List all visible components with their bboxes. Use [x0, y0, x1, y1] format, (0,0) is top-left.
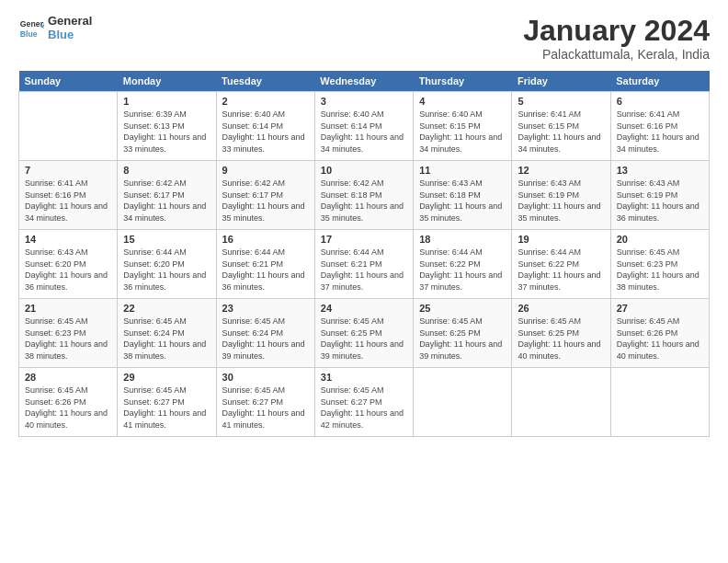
header: General Blue General Blue January 2024 P… — [18, 15, 710, 62]
day-number: 2 — [222, 96, 309, 107]
svg-text:Blue: Blue — [20, 29, 38, 39]
day-number: 20 — [617, 234, 703, 245]
day-number: 28 — [25, 372, 111, 383]
weekday-header: Friday — [512, 71, 610, 92]
logo: General Blue General Blue — [18, 15, 92, 42]
day-info: Sunrise: 6:43 AMSunset: 6:19 PMDaylight:… — [617, 178, 703, 224]
day-info: Sunrise: 6:45 AMSunset: 6:27 PMDaylight:… — [123, 385, 210, 431]
calendar-cell: 24Sunrise: 6:45 AMSunset: 6:25 PMDayligh… — [314, 299, 413, 368]
calendar-cell: 27Sunrise: 6:45 AMSunset: 6:26 PMDayligh… — [610, 299, 709, 368]
calendar-cell: 23Sunrise: 6:45 AMSunset: 6:24 PMDayligh… — [216, 299, 314, 368]
calendar-table: SundayMondayTuesdayWednesdayThursdayFrid… — [18, 71, 710, 437]
day-info: Sunrise: 6:40 AMSunset: 6:14 PMDaylight:… — [321, 109, 407, 155]
day-info: Sunrise: 6:41 AMSunset: 6:16 PMDaylight:… — [617, 109, 703, 155]
calendar-cell: 19Sunrise: 6:44 AMSunset: 6:22 PMDayligh… — [512, 230, 610, 299]
day-number: 29 — [123, 372, 210, 383]
calendar-cell: 15Sunrise: 6:44 AMSunset: 6:20 PMDayligh… — [118, 230, 216, 299]
calendar-cell: 1Sunrise: 6:39 AMSunset: 6:13 PMDaylight… — [118, 92, 216, 161]
day-info: Sunrise: 6:45 AMSunset: 6:26 PMDaylight:… — [617, 316, 703, 362]
calendar-cell: 16Sunrise: 6:44 AMSunset: 6:21 PMDayligh… — [216, 230, 314, 299]
day-info: Sunrise: 6:42 AMSunset: 6:17 PMDaylight:… — [123, 178, 210, 224]
day-info: Sunrise: 6:44 AMSunset: 6:21 PMDaylight:… — [321, 247, 407, 293]
day-number: 27 — [617, 303, 703, 314]
weekday-header: Sunday — [19, 71, 118, 92]
day-number: 31 — [321, 372, 407, 383]
day-number: 10 — [321, 165, 407, 176]
calendar-cell: 3Sunrise: 6:40 AMSunset: 6:14 PMDaylight… — [314, 92, 413, 161]
day-number: 15 — [123, 234, 210, 245]
calendar-cell: 11Sunrise: 6:43 AMSunset: 6:18 PMDayligh… — [414, 161, 512, 230]
page-title: January 2024 — [523, 15, 710, 47]
day-info: Sunrise: 6:44 AMSunset: 6:22 PMDaylight:… — [518, 247, 604, 293]
calendar-cell — [414, 368, 512, 437]
day-info: Sunrise: 6:44 AMSunset: 6:22 PMDaylight:… — [419, 247, 506, 293]
day-number: 11 — [419, 165, 506, 176]
calendar-cell: 10Sunrise: 6:42 AMSunset: 6:18 PMDayligh… — [314, 161, 413, 230]
logo-text-line2: Blue — [48, 29, 92, 42]
day-info: Sunrise: 6:45 AMSunset: 6:24 PMDaylight:… — [222, 316, 309, 362]
day-info: Sunrise: 6:45 AMSunset: 6:25 PMDaylight:… — [419, 316, 506, 362]
logo-icon: General Blue — [18, 16, 44, 41]
calendar-cell: 25Sunrise: 6:45 AMSunset: 6:25 PMDayligh… — [414, 299, 512, 368]
day-info: Sunrise: 6:45 AMSunset: 6:25 PMDaylight:… — [321, 316, 407, 362]
day-info: Sunrise: 6:45 AMSunset: 6:26 PMDaylight:… — [25, 385, 111, 431]
calendar-week-row: 1Sunrise: 6:39 AMSunset: 6:13 PMDaylight… — [19, 92, 710, 161]
day-number: 25 — [419, 303, 506, 314]
day-number: 12 — [518, 165, 604, 176]
day-number: 24 — [321, 303, 407, 314]
day-info: Sunrise: 6:39 AMSunset: 6:13 PMDaylight:… — [123, 109, 210, 155]
calendar-cell: 12Sunrise: 6:43 AMSunset: 6:19 PMDayligh… — [512, 161, 610, 230]
day-number: 18 — [419, 234, 506, 245]
calendar-cell: 20Sunrise: 6:45 AMSunset: 6:23 PMDayligh… — [610, 230, 709, 299]
day-number: 16 — [222, 234, 309, 245]
logo-text-line1: General — [48, 15, 92, 29]
calendar-cell: 2Sunrise: 6:40 AMSunset: 6:14 PMDaylight… — [216, 92, 314, 161]
calendar-header-row: SundayMondayTuesdayWednesdayThursdayFrid… — [19, 71, 710, 92]
weekday-header: Tuesday — [216, 71, 314, 92]
calendar-cell — [610, 368, 709, 437]
day-number: 13 — [617, 165, 703, 176]
weekday-header: Thursday — [414, 71, 512, 92]
day-number: 14 — [25, 234, 111, 245]
svg-text:General: General — [20, 19, 44, 29]
page-container: General Blue General Blue January 2024 P… — [0, 0, 728, 446]
calendar-cell: 28Sunrise: 6:45 AMSunset: 6:26 PMDayligh… — [19, 368, 118, 437]
day-info: Sunrise: 6:45 AMSunset: 6:24 PMDaylight:… — [123, 316, 210, 362]
calendar-week-row: 14Sunrise: 6:43 AMSunset: 6:20 PMDayligh… — [19, 230, 710, 299]
weekday-header: Wednesday — [314, 71, 413, 92]
calendar-cell: 4Sunrise: 6:40 AMSunset: 6:15 PMDaylight… — [414, 92, 512, 161]
day-number: 4 — [419, 96, 506, 107]
calendar-cell: 9Sunrise: 6:42 AMSunset: 6:17 PMDaylight… — [216, 161, 314, 230]
day-info: Sunrise: 6:43 AMSunset: 6:18 PMDaylight:… — [419, 178, 506, 224]
weekday-header: Saturday — [610, 71, 709, 92]
day-number: 30 — [222, 372, 309, 383]
calendar-cell — [512, 368, 610, 437]
calendar-week-row: 28Sunrise: 6:45 AMSunset: 6:26 PMDayligh… — [19, 368, 710, 437]
calendar-cell: 5Sunrise: 6:41 AMSunset: 6:15 PMDaylight… — [512, 92, 610, 161]
day-info: Sunrise: 6:41 AMSunset: 6:16 PMDaylight:… — [25, 178, 111, 224]
day-info: Sunrise: 6:40 AMSunset: 6:14 PMDaylight:… — [222, 109, 309, 155]
calendar-cell: 26Sunrise: 6:45 AMSunset: 6:25 PMDayligh… — [512, 299, 610, 368]
day-info: Sunrise: 6:44 AMSunset: 6:21 PMDaylight:… — [222, 247, 309, 293]
day-info: Sunrise: 6:45 AMSunset: 6:23 PMDaylight:… — [617, 247, 703, 293]
day-info: Sunrise: 6:40 AMSunset: 6:15 PMDaylight:… — [419, 109, 506, 155]
day-number: 26 — [518, 303, 604, 314]
calendar-cell: 6Sunrise: 6:41 AMSunset: 6:16 PMDaylight… — [610, 92, 709, 161]
calendar-week-row: 7Sunrise: 6:41 AMSunset: 6:16 PMDaylight… — [19, 161, 710, 230]
day-number: 9 — [222, 165, 309, 176]
day-number: 17 — [321, 234, 407, 245]
calendar-cell: 13Sunrise: 6:43 AMSunset: 6:19 PMDayligh… — [610, 161, 709, 230]
day-info: Sunrise: 6:45 AMSunset: 6:27 PMDaylight:… — [222, 385, 309, 431]
calendar-cell — [19, 92, 118, 161]
calendar-week-row: 21Sunrise: 6:45 AMSunset: 6:23 PMDayligh… — [19, 299, 710, 368]
calendar-cell: 22Sunrise: 6:45 AMSunset: 6:24 PMDayligh… — [118, 299, 216, 368]
title-area: January 2024 Palackattumala, Kerala, Ind… — [523, 15, 710, 62]
day-number: 21 — [25, 303, 111, 314]
calendar-cell: 17Sunrise: 6:44 AMSunset: 6:21 PMDayligh… — [314, 230, 413, 299]
day-number: 8 — [123, 165, 210, 176]
day-info: Sunrise: 6:42 AMSunset: 6:17 PMDaylight:… — [222, 178, 309, 224]
calendar-cell: 30Sunrise: 6:45 AMSunset: 6:27 PMDayligh… — [216, 368, 314, 437]
day-number: 7 — [25, 165, 111, 176]
day-number: 22 — [123, 303, 210, 314]
calendar-cell: 7Sunrise: 6:41 AMSunset: 6:16 PMDaylight… — [19, 161, 118, 230]
